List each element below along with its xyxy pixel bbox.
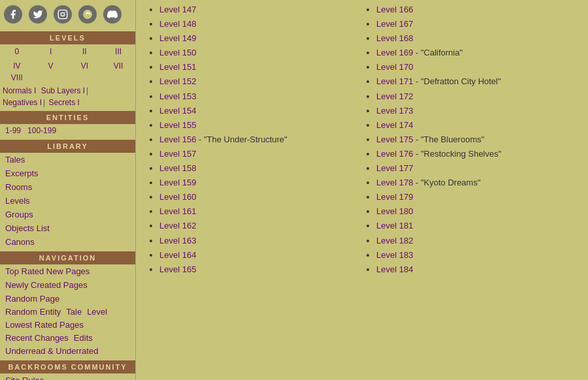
newly-created-pages-link[interactable]: Newly Created Pages xyxy=(0,278,135,292)
rooms-link[interactable]: Rooms xyxy=(0,180,135,194)
community-header: BACKROOMS COMMUNITY xyxy=(0,360,135,373)
recent-changes-link[interactable]: Recent Changes xyxy=(5,333,69,343)
normals-sublayers-row: Normals I Sub Layers I | xyxy=(0,85,135,97)
list-item: Level 168 xyxy=(376,31,580,46)
level-link[interactable]: Level 162 xyxy=(159,221,196,230)
level-link[interactable]: Level 158 xyxy=(159,163,196,173)
level-link[interactable]: Level 178 xyxy=(376,178,413,187)
level-link[interactable]: Level 147 xyxy=(159,5,196,14)
level-link[interactable]: Level 170 xyxy=(376,62,413,72)
level-link[interactable]: Level 159 xyxy=(159,178,196,187)
level-link[interactable]: Level 176 xyxy=(376,149,413,159)
canons-link[interactable]: Canons xyxy=(0,235,135,249)
navigation-header: NAVIGATION xyxy=(0,251,135,264)
normals-link[interactable]: Normals I xyxy=(3,86,36,95)
reddit-icon[interactable] xyxy=(78,5,97,24)
level-link[interactable]: Level 180 xyxy=(376,206,413,216)
level-iii-link[interactable]: III xyxy=(101,46,135,57)
level-viii-link[interactable]: VIII xyxy=(0,72,34,84)
random-entity-link[interactable]: Random Entity xyxy=(5,307,61,317)
twitter-icon[interactable] xyxy=(29,5,47,24)
tale-link[interactable]: Tale xyxy=(66,307,82,317)
underread-underrated-link[interactable]: Underread & Underrated xyxy=(0,344,135,358)
level-ii-link[interactable]: II xyxy=(68,46,102,57)
level-link[interactable]: Level 161 xyxy=(159,206,196,216)
level-link[interactable]: Level 152 xyxy=(159,76,196,86)
level-link[interactable]: Level 168 xyxy=(376,33,413,43)
levels-link[interactable]: Levels xyxy=(0,194,135,208)
level-link[interactable]: Level 151 xyxy=(159,62,196,72)
sidebar: LEVELS 0 I II III IV V VI VII VIII Norma… xyxy=(0,0,136,380)
level-link[interactable]: Level 155 xyxy=(159,120,196,130)
level-link[interactable]: Level 181 xyxy=(376,221,413,230)
level-link[interactable]: Level 148 xyxy=(159,19,196,29)
level-link[interactable]: Level xyxy=(87,307,107,317)
level-link[interactable]: Level 184 xyxy=(376,264,413,274)
level-0-link[interactable]: 0 xyxy=(0,46,34,57)
list-item: Level 156 - "The Under-Structure" xyxy=(159,133,363,147)
list-item: Level 147 xyxy=(159,3,363,17)
list-item: Level 164 xyxy=(159,248,363,262)
level-vi-link[interactable]: VI xyxy=(68,60,102,72)
level-link[interactable]: Level 174 xyxy=(376,120,413,130)
discord-icon[interactable] xyxy=(103,5,122,24)
secrets-link[interactable]: Secrets I xyxy=(49,98,80,107)
level-link[interactable]: Level 153 xyxy=(159,91,196,101)
list-item: Level 179 xyxy=(376,190,580,204)
svg-point-1 xyxy=(61,12,64,16)
level-link[interactable]: Level 157 xyxy=(159,149,196,159)
level-link[interactable]: Level 177 xyxy=(376,163,413,173)
list-item: Level 166 xyxy=(376,3,580,17)
entity-100-199-link[interactable]: 100-199 xyxy=(27,126,56,135)
level-desc: - "Restocking Shelves" xyxy=(413,149,501,159)
level-link[interactable]: Level 173 xyxy=(376,106,413,116)
level-link[interactable]: Level 149 xyxy=(159,33,196,43)
list-item: Level 151 xyxy=(159,60,363,74)
list-item: Level 155 xyxy=(159,118,363,133)
level-link[interactable]: Level 166 xyxy=(376,5,413,14)
sep1 xyxy=(37,86,39,95)
list-item: Level 171 - "Defratton City Hotel" xyxy=(376,74,580,89)
instagram-icon[interactable] xyxy=(54,5,72,24)
sub-layers-link[interactable]: Sub Layers I xyxy=(41,86,85,95)
level-link[interactable]: Level 169 xyxy=(376,48,413,57)
level-link[interactable]: Level 165 xyxy=(159,264,196,274)
groups-link[interactable]: Groups xyxy=(0,208,135,221)
svg-point-2 xyxy=(65,12,65,12)
level-link[interactable]: Level 150 xyxy=(159,48,196,57)
facebook-icon[interactable] xyxy=(4,5,22,24)
top-rated-new-pages-link[interactable]: Top Rated New Pages xyxy=(0,264,135,278)
level-i-link[interactable]: I xyxy=(34,46,68,57)
level-v-link[interactable]: V xyxy=(34,60,68,72)
list-item: Level 149 xyxy=(159,31,363,46)
level-link[interactable]: Level 163 xyxy=(159,236,196,245)
entity-1-99-link[interactable]: 1-99 xyxy=(5,126,21,135)
nav-multi-row: Random Entity Tale Level xyxy=(0,306,135,318)
level-link[interactable]: Level 175 xyxy=(376,135,413,144)
level-iv-link[interactable]: IV xyxy=(0,60,34,72)
level-link[interactable]: Level 156 xyxy=(159,135,196,144)
level-link[interactable]: Level 182 xyxy=(376,236,413,245)
objects-list-link[interactable]: Objects List xyxy=(0,221,135,235)
tales-link[interactable]: Tales xyxy=(0,153,135,166)
lowest-rated-pages-link[interactable]: Lowest Rated Pages xyxy=(0,318,135,332)
random-page-link[interactable]: Random Page xyxy=(0,292,135,306)
sep2: | xyxy=(86,86,88,95)
list-item: Level 176 - "Restocking Shelves" xyxy=(376,147,580,161)
site-rules-link[interactable]: Site Rules xyxy=(0,373,135,380)
level-link[interactable]: Level 167 xyxy=(376,19,413,29)
level-link[interactable]: Level 183 xyxy=(376,250,413,260)
library-header: LIBRARY xyxy=(0,140,135,153)
edits-link[interactable]: Edits xyxy=(74,333,93,343)
level-link[interactable]: Level 171 xyxy=(376,76,413,86)
level-link[interactable]: Level 154 xyxy=(159,106,196,116)
level-vii-link[interactable]: VII xyxy=(101,60,135,72)
svg-rect-0 xyxy=(58,10,67,18)
excerpts-link[interactable]: Excerpts xyxy=(0,166,135,180)
level-link[interactable]: Level 160 xyxy=(159,192,196,202)
level-link[interactable]: Level 172 xyxy=(376,91,413,101)
list-item: Level 183 xyxy=(376,248,580,262)
level-link[interactable]: Level 179 xyxy=(376,192,413,202)
level-link[interactable]: Level 164 xyxy=(159,250,196,260)
negatives-link[interactable]: Negatives I xyxy=(3,98,42,107)
